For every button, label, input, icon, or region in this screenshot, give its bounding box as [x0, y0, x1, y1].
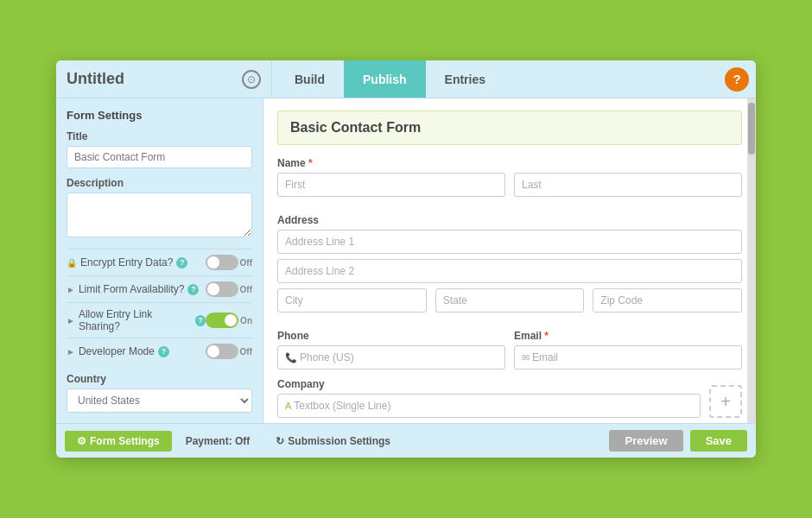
tab-publish[interactable]: Publish — [344, 60, 426, 98]
header-title-area: Untitled ⊙ — [56, 60, 272, 98]
phone-icon: 📞 — [285, 352, 297, 363]
name-inputs-row: First Last — [277, 173, 742, 197]
country-label: Country — [67, 373, 252, 385]
email-field-group: Email * ✉ Email — [514, 330, 742, 370]
address-label: Address — [277, 214, 742, 226]
address-field-group: Address Address Line 1 Address Line 2 Ci… — [277, 214, 742, 321]
phone-label: Phone — [277, 330, 505, 342]
sync-icon: ↻ — [276, 435, 284, 447]
form-preview: Basic Contact Form Name * First Last — [263, 98, 756, 423]
phone-field-group: Phone 📞 Phone (US) — [277, 330, 505, 370]
limit-toggle-label: Off — [240, 285, 252, 294]
footer: ⚙ Form Settings Payment: Off ↻ Submissio… — [56, 423, 756, 458]
help-button[interactable]: ? — [725, 67, 749, 92]
encrypt-toggle[interactable]: Off — [206, 255, 252, 270]
limit-toggle[interactable]: Off — [206, 281, 252, 297]
sharing-toggle-row: ► Allow Entry Link Sharing? ? On — [67, 302, 252, 338]
developer-label: Developer Mode — [79, 345, 155, 357]
title-field-group: Title — [67, 130, 252, 168]
tabs-area: Build Publish Entries — [272, 60, 725, 98]
sharing-label: Allow Entry Link Sharing? — [79, 308, 192, 332]
gear-icon: ⚙ — [77, 435, 86, 447]
triangle-icon-limit: ► — [67, 285, 75, 294]
tab-build[interactable]: Build — [276, 60, 344, 98]
company-row: Company A Textbox (Single Line) + — [277, 378, 742, 418]
preview-button[interactable]: Preview — [609, 430, 682, 452]
footer-tab-form-settings[interactable]: ⚙ Form Settings — [65, 431, 172, 452]
footer-tab-payment[interactable]: Payment: Off — [174, 431, 263, 452]
name-label: Name * — [277, 157, 742, 169]
phone-input[interactable]: 📞 Phone (US) — [277, 345, 505, 370]
title-input[interactable] — [67, 146, 252, 168]
scrollbar-thumb — [748, 103, 755, 155]
info-icon-encrypt: ? — [176, 257, 187, 268]
form-preview-inner: Basic Contact Form Name * First Last — [263, 98, 756, 423]
first-name-input[interactable]: First — [277, 173, 505, 197]
sharing-toggle-label: On — [240, 316, 252, 325]
add-field-button[interactable]: + — [709, 385, 742, 418]
textbox-icon: A — [285, 401, 291, 411]
description-field-group: Description — [67, 177, 252, 240]
description-textarea[interactable] — [67, 193, 252, 237]
app-window: Untitled ⊙ Build Publish Entries ? Form … — [56, 60, 756, 458]
sharing-toggle[interactable]: On — [206, 313, 252, 328]
email-label: Email * — [514, 330, 742, 342]
email-input[interactable]: ✉ Email — [514, 345, 742, 370]
limit-label: Limit Form Availability? — [79, 283, 184, 295]
email-icon: ✉ — [522, 352, 530, 363]
footer-tabs: ⚙ Form Settings Payment: Off ↻ Submissio… — [65, 431, 609, 452]
address-line1-input[interactable]: Address Line 1 — [277, 230, 742, 254]
chevron-down-icon[interactable]: ⊙ — [242, 70, 261, 89]
form-preview-title: Basic Contact Form — [290, 120, 729, 136]
form-title: Untitled — [67, 70, 242, 88]
company-label: Company — [277, 378, 701, 390]
header: Untitled ⊙ Build Publish Entries ? — [56, 60, 756, 98]
encrypt-toggle-row: 🔒 Encrypt Entry Data? ? Off — [67, 249, 252, 275]
country-field-group: Country United States — [67, 373, 252, 413]
footer-tab-submission[interactable]: ↻ Submission Settings — [263, 431, 403, 452]
sidebar: Form Settings Title Description 🔒 Encryp… — [56, 98, 263, 423]
city-state-zip-row: City State Zip Code — [277, 288, 742, 313]
state-input[interactable]: State — [435, 288, 585, 313]
info-icon-developer: ? — [158, 346, 169, 357]
tab-entries[interactable]: Entries — [426, 60, 504, 98]
form-title-bar: Basic Contact Form — [277, 111, 742, 145]
scrollbar[interactable] — [747, 98, 756, 423]
address-line2-input[interactable]: Address Line 2 — [277, 259, 742, 283]
encrypt-label: Encrypt Entry Data? — [80, 256, 173, 268]
country-select[interactable]: United States — [67, 388, 252, 413]
description-label: Description — [67, 177, 252, 189]
developer-toggle-row: ► Developer Mode ? Off — [67, 338, 252, 364]
zip-input[interactable]: Zip Code — [593, 288, 742, 313]
limit-toggle-row: ► Limit Form Availability? ? Off — [67, 275, 252, 302]
developer-toggle[interactable]: Off — [206, 344, 252, 359]
encrypt-toggle-label: Off — [240, 258, 252, 268]
name-field-group: Name * First Last — [277, 157, 742, 205]
company-input[interactable]: A Textbox (Single Line) — [277, 394, 701, 418]
developer-toggle-label: Off — [240, 347, 252, 357]
save-button[interactable]: Save — [690, 430, 747, 452]
lock-icon: 🔒 — [67, 258, 77, 268]
last-name-input[interactable]: Last — [514, 173, 742, 197]
info-icon-sharing: ? — [195, 315, 206, 326]
main-content: Form Settings Title Description 🔒 Encryp… — [56, 98, 756, 423]
title-label: Title — [67, 130, 252, 142]
footer-actions: Preview Save — [609, 430, 747, 452]
sidebar-section-title: Form Settings — [67, 109, 252, 122]
phone-email-row: Phone 📞 Phone (US) Email * ✉ Email — [277, 330, 742, 370]
city-input[interactable]: City — [277, 288, 427, 313]
company-field-group: Company A Textbox (Single Line) — [277, 378, 701, 418]
triangle-icon-developer: ► — [67, 347, 75, 357]
info-icon-limit: ? — [187, 284, 199, 295]
triangle-icon-sharing: ► — [67, 316, 75, 325]
